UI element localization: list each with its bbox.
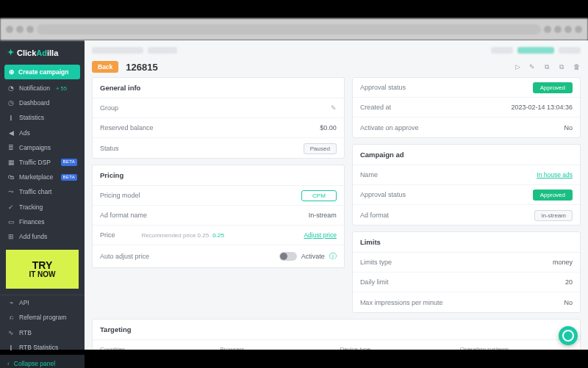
sidebar-item-label: Statistics	[19, 114, 44, 121]
targeting-os: Operating systems Android (version ≥ 5)	[460, 346, 573, 350]
collapse-panel-button[interactable]: ‹ Collapse panel	[0, 355, 85, 368]
pencil-icon[interactable]: ✎	[331, 104, 337, 112]
app-root: ✦ ClickAdilla ⊕ Create campaign ◔ Notifi…	[0, 40, 588, 350]
sidebar-item-campaigns[interactable]: ≣Campaigns	[0, 140, 85, 155]
brand-part2: Ad	[36, 48, 47, 57]
label: Activate on approve	[360, 124, 419, 131]
sidebar-item-label: Tracking	[19, 203, 43, 211]
copy-icon[interactable]: ⧉	[557, 63, 566, 71]
sidebar-item-label: Notification	[19, 84, 50, 92]
row-approval: Approval status Approved	[353, 78, 580, 98]
row-group: Group ✎	[93, 98, 344, 118]
back-label: Back	[98, 63, 112, 71]
ad-name-link[interactable]: In house ads	[537, 171, 573, 178]
status-badge: Paused	[304, 143, 337, 154]
sidebar-item-traffic-chart[interactable]: ⤳Traffic chart	[0, 184, 85, 199]
beta-badge: BETA	[61, 159, 77, 165]
label: Status	[100, 145, 119, 152]
sidebar-item-finances[interactable]: ▭Finances	[0, 214, 85, 229]
info-icon[interactable]: ⓘ	[329, 251, 337, 261]
title-bar: Back 126815 ▷ ✎ ⧉ ⧉ 🗑	[92, 58, 581, 77]
layers-icon: ≣	[7, 144, 15, 151]
back-button[interactable]: Back	[92, 61, 118, 73]
row-limits-type: Limits type money	[353, 253, 580, 273]
targeting-row: Countries Japan Browsers Chrome Device t…	[93, 340, 580, 350]
sidebar-item-rtb-stats[interactable]: ⫿RTB Statistics	[0, 340, 85, 355]
sidebar-item-dashboard[interactable]: ◷Dashboard	[0, 95, 85, 110]
sidebar-item-add-funds[interactable]: ⊞Add funds	[0, 229, 85, 244]
support-fab[interactable]	[559, 326, 578, 345]
targeting-browsers: Browsers Chrome	[220, 346, 332, 350]
chart-icon[interactable]: ⧉	[542, 63, 551, 71]
label: Price	[100, 231, 115, 239]
wallet-icon: ▭	[7, 218, 15, 226]
limits-card: Limits Limits type money Daily limit 20 …	[352, 231, 581, 313]
promo-line2: IT NOW	[9, 271, 76, 279]
bars-icon: ⫿	[7, 344, 15, 351]
activate-label: Activate	[301, 253, 325, 260]
megaphone-icon: ◀	[7, 129, 15, 137]
sidebar-item-label: Marketplace	[19, 173, 53, 181]
sidebar-item-ads[interactable]: ◀Ads	[0, 126, 85, 140]
create-campaign-button[interactable]: ⊕ Create campaign	[4, 65, 80, 79]
value: money	[553, 259, 573, 266]
sidebar-item-tracking[interactable]: ✓Tracking	[0, 200, 85, 214]
sidebar-item-statistics[interactable]: ⫿Statistics	[0, 110, 85, 125]
promo-line1: TRY	[32, 259, 52, 271]
card-header: General info	[93, 78, 344, 98]
edit-icon[interactable]: ✎	[528, 63, 537, 71]
pricing-card: Pricing Pricing model CPM Ad format name…	[92, 165, 345, 268]
approval-badge: Approved	[533, 190, 573, 201]
sidebar-item-label: RTB	[19, 329, 32, 336]
row-ad-format-name: Ad format name In-stream	[93, 206, 344, 226]
sidebar-item-api[interactable]: ⌁API	[0, 295, 85, 310]
sidebar-item-label: Finances	[19, 218, 45, 226]
value: $0.00	[320, 124, 337, 131]
sidebar-item-traffic-dsp[interactable]: ▦Traffic DSPBETA	[0, 155, 85, 170]
sidebar-item-label: Campaigns	[19, 144, 51, 151]
pricing-model-badge: CPM	[301, 190, 337, 201]
gauge-icon: ◷	[7, 99, 15, 107]
label: Approval status	[360, 84, 406, 91]
sidebar-item-label: Ads	[19, 129, 30, 137]
browser-chrome	[0, 18, 588, 40]
promo-banner[interactable]: TRY IT NOW	[6, 250, 79, 289]
top-toolbar-blurred	[92, 45, 581, 55]
row-created: Created at 2023-02-14 13:04:36	[353, 98, 580, 118]
targeting-card: Targeting Countries Japan Browsers Chrom…	[92, 319, 581, 350]
target-icon: ✓	[7, 203, 15, 211]
sidebar-item-label: RTB Statistics	[19, 344, 58, 351]
sidebar-footer: ⌁API ⎌Referral program ∿RTB ⫿RTB Statist…	[0, 295, 85, 355]
auto-adjust-toggle[interactable]	[279, 252, 297, 261]
approval-badge: Approved	[533, 82, 573, 93]
sidebar-item-notification[interactable]: ◔ Notification + 55	[0, 81, 85, 95]
brand-logo[interactable]: ✦ ClickAdilla	[0, 40, 85, 63]
general-info-right-card: Approval status Approved Created at 2023…	[352, 77, 581, 138]
row-max-impressions: Max impressions per minute No	[353, 292, 580, 312]
label: Limits type	[360, 259, 392, 266]
delete-icon[interactable]: 🗑	[572, 63, 581, 71]
adjust-price-link[interactable]: Adjust price	[304, 231, 336, 239]
card-header: Targeting	[93, 320, 580, 340]
label: Reserved balance	[100, 124, 154, 131]
plus-circle-icon: ⊕	[9, 68, 15, 76]
row-auto-adjust: Auto adjust price Activate ⓘ	[93, 245, 344, 267]
sidebar-item-marketplace[interactable]: 🛍MarketplaceBETA	[0, 170, 85, 184]
label: Ad format name	[100, 212, 147, 219]
letterbox-top	[0, 0, 588, 18]
label: Ad format	[360, 212, 389, 219]
sidebar-item-label: Add funds	[19, 233, 47, 240]
targeting-countries: Countries Japan	[100, 346, 212, 350]
brand-part3: illa	[47, 48, 58, 57]
chevron-left-icon: ‹	[7, 360, 10, 367]
beta-badge: BETA	[61, 174, 77, 181]
play-icon[interactable]: ▷	[513, 63, 522, 71]
sidebar-item-rtb[interactable]: ∿RTB	[0, 325, 85, 340]
card-header: Pricing	[93, 165, 344, 186]
label: Countries	[100, 346, 212, 350]
rec-value: 0.25	[212, 232, 224, 239]
users-icon: ⎌	[7, 314, 15, 321]
sidebar-item-referral[interactable]: ⎌Referral program	[0, 310, 85, 325]
value: 2023-02-14 13:04:36	[511, 104, 573, 111]
row-ad-name: Name In house ads	[353, 165, 580, 185]
